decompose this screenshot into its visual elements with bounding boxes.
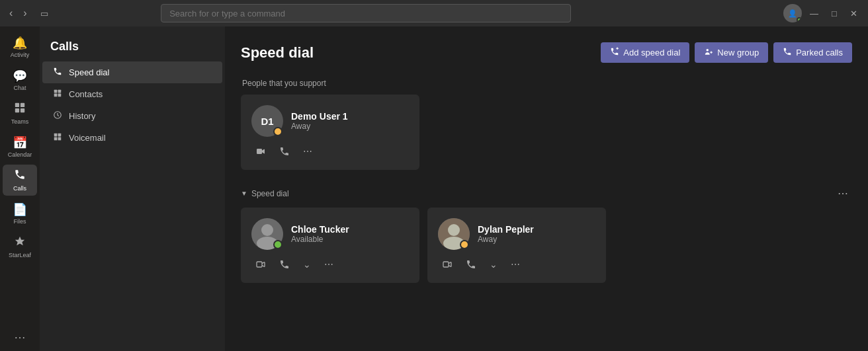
status-dot-dylan-pepler — [460, 240, 469, 249]
rail-label-calendar: Calendar — [8, 151, 32, 158]
add-speed-dial-button[interactable]: Add speed dial — [601, 42, 689, 63]
sidebar-title: Calls — [40, 34, 225, 61]
rail-label-chat: Chat — [13, 85, 26, 91]
avatar-wrapper-dylan-pepler — [438, 218, 470, 250]
new-group-label: New group — [717, 48, 759, 58]
files-icon: 📄 — [13, 202, 27, 217]
more-options-button-demo-user-1[interactable]: ⋯ — [299, 143, 316, 159]
sidebar-label-history: History — [69, 111, 95, 121]
user-info-dylan-pepler: Dylan Pepler Away — [438, 218, 595, 250]
audio-call-button-chloe-tucker[interactable] — [275, 256, 294, 272]
card-actions-demo-user-1: ⋯ — [251, 143, 409, 159]
sidebar-item-history[interactable]: History — [42, 105, 222, 127]
user-avatar[interactable]: 👤 — [783, 4, 802, 22]
activity-icon: 🔔 — [13, 36, 27, 50]
svg-rect-5 — [54, 90, 58, 93]
svg-rect-1 — [21, 103, 24, 107]
user-text-dylan-pepler: Dylan Pepler Away — [478, 224, 534, 244]
svg-rect-6 — [58, 90, 62, 93]
speed-dial-section: ▼ Speed dial ⋯ Chloe Tucke — [241, 186, 852, 296]
collapse-icon: ▼ — [241, 190, 247, 197]
svg-rect-8 — [58, 94, 62, 97]
video-call-button-demo-user-1[interactable] — [251, 143, 270, 159]
online-indicator — [797, 17, 802, 22]
sidebar-item-contacts[interactable]: Contacts — [42, 83, 222, 105]
maximize-button[interactable]: □ — [826, 6, 842, 21]
rail-item-files[interactable]: 📄 Files — [3, 198, 37, 229]
action-buttons: Add speed dial New group Parked calls — [601, 42, 852, 63]
new-group-button[interactable]: New group — [695, 42, 768, 63]
sidebar-item-speed-dial[interactable]: Speed dial — [42, 61, 222, 83]
user-status-demo-user-1: Away — [291, 122, 348, 131]
svg-point-23 — [448, 224, 460, 236]
svg-rect-13 — [58, 137, 62, 141]
status-dot-chloe-tucker — [273, 240, 282, 249]
svg-rect-3 — [21, 108, 24, 112]
speed-dial-section-header: ▼ Speed dial ⋯ — [241, 186, 852, 201]
svg-rect-10 — [54, 134, 58, 137]
rail-label-activity: Activity — [11, 52, 30, 58]
page-title: Speed dial — [241, 44, 314, 61]
sidebar-label-voicemail: Voicemail — [69, 133, 106, 143]
speed-dial-more-button[interactable]: ⋯ — [834, 186, 852, 201]
rail-label-files: Files — [13, 218, 26, 225]
dropdown-button-chloe-tucker[interactable]: ⌄ — [299, 256, 315, 272]
add-speed-dial-icon — [610, 47, 619, 58]
sidebar-label-contacts: Contacts — [69, 89, 103, 99]
parked-calls-button[interactable]: Parked calls — [773, 42, 852, 63]
voicemail-icon — [53, 132, 62, 143]
forward-button[interactable]: › — [19, 5, 30, 22]
minimize-button[interactable]: — — [804, 6, 824, 21]
video-call-button-dylan-pepler[interactable] — [438, 256, 456, 272]
window-controls: 👤 — □ ✕ — [783, 4, 863, 22]
user-status-chloe-tucker: Available — [291, 235, 349, 244]
add-speed-dial-label: Add speed dial — [623, 48, 680, 58]
speed-dial-header-text: Speed dial — [251, 189, 289, 198]
chat-icon: 💬 — [13, 69, 27, 83]
calls-icon — [14, 169, 26, 184]
history-icon — [53, 110, 62, 122]
more-options-button-dylan-pepler[interactable]: ⋯ — [507, 256, 524, 272]
rail-more-button[interactable]: … — [10, 324, 30, 346]
rail-item-calendar[interactable]: 📅 Calendar — [3, 132, 37, 162]
calendar-icon: 📅 — [13, 136, 27, 150]
search-input[interactable] — [169, 9, 562, 19]
sidebar-item-voicemail[interactable]: Voicemail — [42, 127, 222, 149]
starleaf-icon — [14, 235, 26, 251]
rail-label-calls: Calls — [13, 185, 26, 192]
avatar-wrapper-chloe-tucker — [251, 218, 283, 250]
rail-item-starleaf[interactable]: StarLeaf — [3, 231, 37, 262]
contacts-icon — [53, 89, 62, 100]
speed-dial-cards-row: Chloe Tucker Available ⌄ ⋯ — [241, 208, 852, 283]
contact-card-demo-user-1: D1 Demo User 1 Away — [241, 95, 419, 170]
back-button[interactable]: ‹ — [5, 5, 17, 22]
dropdown-button-dylan-pepler[interactable]: ⌄ — [486, 256, 501, 272]
rail-item-activity[interactable]: 🔔 Activity — [3, 32, 37, 62]
audio-call-button-demo-user-1[interactable] — [275, 143, 294, 159]
parked-calls-icon — [783, 47, 792, 58]
video-call-button-chloe-tucker[interactable] — [251, 256, 270, 272]
rail-item-chat[interactable]: 💬 Chat — [3, 65, 37, 95]
rail-label-teams: Teams — [11, 118, 29, 125]
main-content: Speed dial Add speed dial New group — [225, 26, 868, 351]
search-bar[interactable] — [161, 4, 571, 22]
user-info-chloe-tucker: Chloe Tucker Available — [251, 218, 409, 250]
contact-card-chloe-tucker: Chloe Tucker Available ⌄ ⋯ — [241, 208, 419, 283]
rail-item-calls[interactable]: Calls — [3, 165, 37, 196]
status-dot-demo-user-1 — [273, 127, 282, 136]
close-button[interactable]: ✕ — [845, 6, 863, 21]
speed-dial-icon — [53, 67, 62, 78]
card-actions-chloe-tucker: ⌄ ⋯ — [251, 256, 409, 272]
user-text-chloe-tucker: Chloe Tucker Available — [291, 224, 349, 244]
audio-call-button-dylan-pepler[interactable] — [462, 256, 480, 272]
left-rail: 🔔 Activity 💬 Chat Teams 📅 Calendar Calls… — [0, 26, 40, 351]
rail-item-teams[interactable]: Teams — [3, 98, 37, 129]
svg-rect-12 — [54, 137, 58, 141]
more-options-button-chloe-tucker[interactable]: ⋯ — [320, 256, 337, 272]
parked-calls-label: Parked calls — [796, 48, 843, 58]
user-name-dylan-pepler: Dylan Pepler — [478, 224, 534, 235]
svg-rect-2 — [15, 108, 19, 112]
user-name-demo-user-1: Demo User 1 — [291, 111, 348, 122]
avatar-initials-demo-user-1: D1 — [261, 116, 273, 127]
popout-button[interactable]: ▭ — [36, 6, 52, 21]
